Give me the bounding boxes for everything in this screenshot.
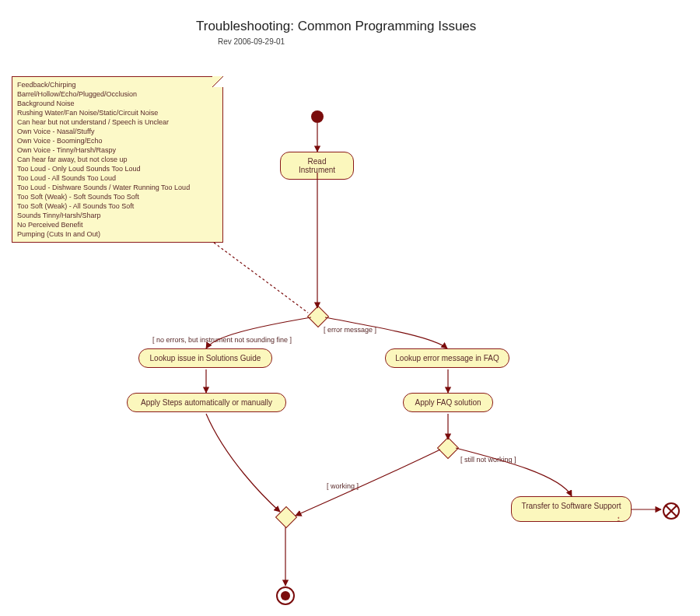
- decision-main: [307, 306, 329, 327]
- note-line: Too Loud - Dishware Sounds / Water Runni…: [17, 183, 218, 192]
- final-node: [276, 586, 295, 605]
- activity-transfer-support: Transfer to Software Support: [511, 496, 632, 522]
- page-title: Troubleshooting: Common Programming Issu…: [196, 19, 476, 34]
- note-line: Own Voice - Booming/Echo: [17, 136, 218, 145]
- note-line: Can hear but not understand / Speech is …: [17, 117, 218, 127]
- activity-lookup-faq: Lookup error message in FAQ: [385, 348, 509, 368]
- note-line: Too Loud - Only Loud Sounds Too Loud: [17, 164, 218, 173]
- activity-read-instrument: Read Instrument: [280, 152, 354, 180]
- activity-apply-steps: Apply Steps automatically or manually: [127, 393, 286, 412]
- note-line: Rushing Water/Fan Noise/Static/Circuit N…: [17, 108, 218, 117]
- note-line: Can hear far away, but not close up: [17, 155, 218, 164]
- note-line: Too Soft (Weak) - Soft Sounds Too Soft: [17, 192, 218, 201]
- flow-final-node: [663, 502, 680, 520]
- activity-apply-faq: Apply FAQ solution: [403, 393, 493, 412]
- revision-label: Rev 2006-09-29-01: [218, 37, 285, 46]
- note-line: Barrel/Hollow/Echo/Plugged/Occlusion: [17, 89, 218, 99]
- issues-note: Feedback/Chirping Barrel/Hollow/Echo/Plu…: [12, 76, 223, 243]
- note-line: Too Soft (Weak) - All Sounds Too Soft: [17, 201, 218, 211]
- note-line: Pumping (Cuts In and Out): [17, 229, 218, 239]
- guard-no-errors: [ no errors, but instrument not sounding…: [152, 336, 292, 344]
- initial-node: [311, 110, 324, 123]
- note-line: Own Voice - Tinny/Harsh/Raspy: [17, 145, 218, 155]
- svg-line-7: [214, 243, 308, 313]
- guard-still-not-working: [ still not working ]: [460, 456, 516, 464]
- note-line: Sounds Tinny/Harsh/Sharp: [17, 211, 218, 220]
- note-line: Background Noise: [17, 99, 218, 108]
- decision-after-faq: [437, 437, 459, 459]
- rake-icon: ⍚: [616, 512, 621, 521]
- note-line: No Perceived Benefit: [17, 220, 218, 229]
- guard-working: [ working ]: [327, 482, 359, 490]
- note-line: Too Loud - All Sounds Too Loud: [17, 173, 218, 183]
- guard-error-message: [ error message ]: [324, 326, 376, 334]
- merge-node: [275, 506, 297, 528]
- note-line: Feedback/Chirping: [17, 80, 218, 89]
- note-line: Own Voice - Nasal/Stuffy: [17, 127, 218, 136]
- activity-lookup-solutions-guide: Lookup issue in Solutions Guide: [138, 348, 272, 368]
